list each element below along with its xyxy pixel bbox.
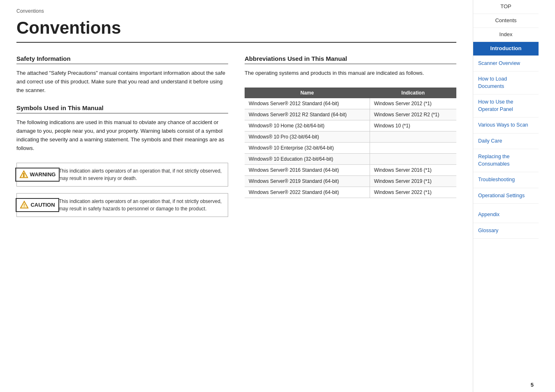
abbrev-intro: The operating systems and products in th… (245, 69, 456, 78)
table-cell-indication (370, 142, 456, 153)
table-cell-name: Windows Server® 2012 Standard (64-bit) (245, 98, 370, 109)
col-name: Name (245, 88, 370, 98)
table-cell-indication: Windows 10 (*1) (370, 120, 456, 131)
table-row: Windows® 10 Home (32-bit/64-bit)Windows … (245, 120, 456, 131)
table-row: Windows Server® 2012 Standard (64-bit)Wi… (245, 98, 456, 109)
safety-body: The attached "Safety Precautions" manual… (16, 69, 228, 95)
sidebar-item-index[interactable]: Index (473, 28, 539, 42)
sidebar-top-nav: TOPContentsIndexIntroduction (473, 0, 539, 56)
table-cell-name: Windows® 10 Education (32-bit/64-bit) (245, 153, 370, 164)
sidebar-item-various-ways-to-scan[interactable]: Various Ways to Scan (473, 118, 539, 134)
table-cell-indication: Windows Server 2012 R2 (*1) (370, 109, 456, 120)
sidebar-item-operational-settings[interactable]: Operational Settings (473, 188, 539, 204)
warning-triangle-icon: ! (19, 170, 28, 179)
warning-label: WARNING (30, 171, 56, 178)
sidebar-item-contents[interactable]: Contents (473, 14, 539, 28)
abbrev-title: Abbreviations Used in This Manual (245, 55, 456, 64)
sidebar-item-top[interactable]: TOP (473, 0, 539, 14)
table-row: Windows Server® 2019 Standard (64-bit)Wi… (245, 175, 456, 187)
caution-text: This indication alerts operators of an o… (59, 198, 224, 212)
caution-label: CAUTION (30, 202, 55, 208)
caution-triangle-icon: ! (20, 201, 29, 210)
warning-box: ! WARNING This indication alerts operato… (16, 163, 228, 187)
right-column: Abbreviations Used in This Manual The op… (245, 55, 456, 224)
table-cell-indication (370, 153, 456, 164)
sidebar-item-how-to-use-the-operator-panel[interactable]: How to Use the Operator Panel (473, 95, 539, 118)
abbreviations-table: Name Indication Windows Server® 2012 Sta… (245, 88, 456, 198)
sidebar: TOPContentsIndexIntroduction Scanner Ove… (473, 0, 539, 392)
warning-text: This indication alerts operators of an o… (59, 167, 224, 182)
sidebar-item-appendix[interactable]: Appendix (473, 207, 539, 223)
table-cell-indication: Windows Server 2016 (*1) (370, 164, 456, 175)
table-row: Windows® 10 Pro (32-bit/64-bit) (245, 131, 456, 142)
page-number: 5 (473, 378, 539, 392)
sidebar-item-troubleshooting[interactable]: Troubleshooting (473, 172, 539, 188)
main-content: Conventions Conventions Safety Informati… (0, 0, 473, 392)
sidebar-item-replacing-the-consumables[interactable]: Replacing the Consumables (473, 149, 539, 172)
sidebar-bottom-nav: AppendixGlossary (473, 207, 539, 239)
table-row: Windows® 10 Enterprise (32-bit/64-bit) (245, 142, 456, 153)
table-cell-indication: Windows Server 2022 (*1) (370, 187, 456, 198)
table-cell-name: Windows Server® 2016 Standard (64-bit) (245, 164, 370, 175)
table-cell-name: Windows Server® 2012 R2 Standard (64-bit… (245, 109, 370, 120)
symbols-title: Symbols Used in This Manual (16, 104, 228, 113)
table-cell-name: Windows Server® 2019 Standard (64-bit) (245, 175, 370, 187)
safety-title: Safety Information (16, 55, 228, 64)
breadcrumb: Conventions (16, 8, 456, 14)
table-cell-name: Windows® 10 Enterprise (32-bit/64-bit) (245, 142, 370, 153)
table-row: Windows Server® 2022 Standard (64-bit)Wi… (245, 187, 456, 198)
table-cell-name: Windows® 10 Home (32-bit/64-bit) (245, 120, 370, 131)
sidebar-item-daily-care[interactable]: Daily Care (473, 134, 539, 150)
table-row: Windows Server® 2012 R2 Standard (64-bit… (245, 109, 456, 120)
warning-icon-container: ! WARNING (21, 168, 54, 182)
col-indication: Indication (370, 88, 456, 98)
svg-text:!: ! (24, 203, 25, 208)
svg-text:!: ! (23, 173, 24, 177)
warning-badge: ! WARNING (15, 168, 60, 182)
table-cell-indication: Windows Server 2019 (*1) (370, 175, 456, 187)
sidebar-item-introduction[interactable]: Introduction (473, 42, 539, 56)
table-cell-indication (370, 131, 456, 142)
symbols-body: The following indications are used in th… (16, 118, 228, 152)
table-row: Windows® 10 Education (32-bit/64-bit) (245, 153, 456, 164)
sidebar-item-glossary[interactable]: Glossary (473, 223, 539, 239)
table-row: Windows Server® 2016 Standard (64-bit)Wi… (245, 164, 456, 175)
left-column: Safety Information The attached "Safety … (16, 55, 228, 224)
sidebar-item-how-to-load-documents[interactable]: How to Load Documents (473, 71, 539, 95)
caution-box: ! CAUTION This indication alerts operato… (16, 193, 228, 217)
table-cell-indication: Windows Server 2012 (*1) (370, 98, 456, 109)
sidebar-sections: Scanner OverviewHow to Load DocumentsHow… (473, 56, 539, 204)
page-title: Conventions (16, 18, 456, 43)
table-cell-name: Windows Server® 2022 Standard (64-bit) (245, 187, 370, 198)
caution-badge: ! CAUTION (16, 198, 59, 212)
table-cell-name: Windows® 10 Pro (32-bit/64-bit) (245, 131, 370, 142)
sidebar-item-scanner-overview[interactable]: Scanner Overview (473, 56, 539, 72)
caution-icon-container: ! CAUTION (21, 198, 54, 212)
